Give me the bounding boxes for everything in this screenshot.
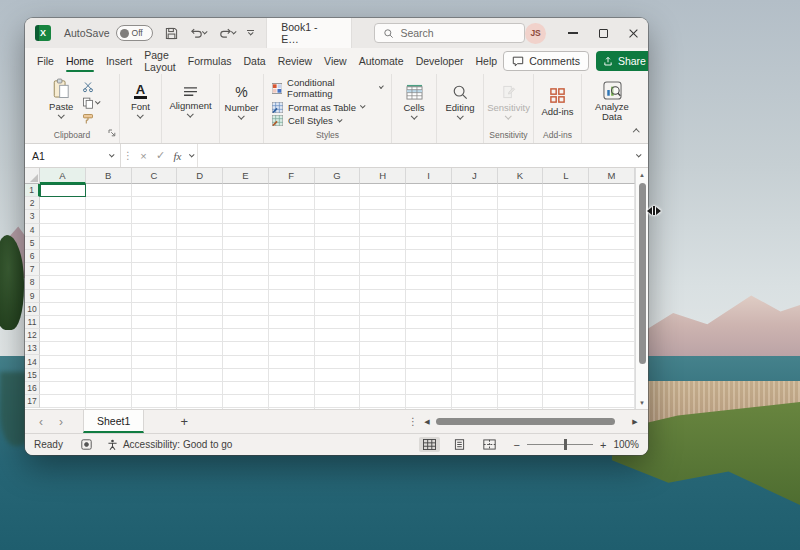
row-header[interactable]: 4 xyxy=(25,224,40,237)
column-header[interactable]: J xyxy=(452,168,498,184)
page-layout-view-button[interactable] xyxy=(449,437,470,452)
row-header[interactable]: 7 xyxy=(25,263,40,276)
grid-column[interactable] xyxy=(40,184,86,409)
row-header[interactable]: 15 xyxy=(25,369,40,382)
column-header[interactable]: A xyxy=(40,168,86,184)
number-button[interactable]: % Number xyxy=(220,84,264,120)
share-button[interactable]: Share xyxy=(596,51,648,71)
conditional-formatting-button[interactable]: Conditional Formatting xyxy=(272,77,383,99)
row-header[interactable]: 16 xyxy=(25,382,40,395)
formula-input[interactable] xyxy=(197,144,630,167)
ribbon-tab[interactable]: Review xyxy=(272,48,318,74)
ribbon-tab[interactable]: Insert xyxy=(100,48,138,74)
ribbon-tab[interactable]: View xyxy=(318,48,353,74)
ribbon-tab[interactable]: Data xyxy=(237,48,271,74)
grid-column[interactable] xyxy=(315,184,361,409)
row-header[interactable]: 2 xyxy=(25,197,40,210)
cells-button[interactable]: Cells xyxy=(398,84,429,120)
column-header[interactable]: F xyxy=(269,168,315,184)
drag-handle-icon[interactable]: ⋮ xyxy=(408,416,418,427)
grid-column[interactable] xyxy=(360,184,406,409)
row-header[interactable]: 8 xyxy=(25,276,40,289)
paste-button[interactable]: Paste xyxy=(44,78,78,119)
grid-column[interactable] xyxy=(498,184,544,409)
scroll-left-icon[interactable]: ◀ xyxy=(422,418,432,426)
new-sheet-button[interactable]: + xyxy=(172,414,196,429)
column-header[interactable]: L xyxy=(543,168,589,184)
copy-button[interactable] xyxy=(82,97,100,110)
sensitivity-button[interactable]: Sensitivity xyxy=(482,84,535,120)
close-button[interactable] xyxy=(618,18,648,48)
row-header[interactable]: 12 xyxy=(25,329,40,342)
grid-column[interactable] xyxy=(543,184,589,409)
active-cell-a1[interactable] xyxy=(40,184,86,197)
cut-button[interactable] xyxy=(82,81,100,94)
previous-sheet-button[interactable]: ‹ xyxy=(31,410,51,434)
scroll-up-icon[interactable]: ▲ xyxy=(636,168,648,181)
column-header[interactable]: G xyxy=(315,168,361,184)
page-break-preview-button[interactable] xyxy=(479,437,500,452)
dialog-launcher-icon[interactable] xyxy=(108,128,116,141)
grid-column[interactable] xyxy=(269,184,315,409)
column-header[interactable]: E xyxy=(223,168,269,184)
select-all-button[interactable] xyxy=(25,168,40,184)
zoom-in-button[interactable]: + xyxy=(600,439,606,451)
vertical-scrollbar[interactable]: ▲ ▼ xyxy=(635,168,648,409)
scroll-down-icon[interactable]: ▼ xyxy=(636,396,648,409)
normal-view-button[interactable] xyxy=(419,437,440,452)
redo-button[interactable] xyxy=(219,27,236,40)
ribbon-tab[interactable]: Developer xyxy=(410,48,470,74)
row-header[interactable]: 13 xyxy=(25,342,40,355)
search-input[interactable]: Search xyxy=(374,23,525,43)
font-button[interactable]: A Font xyxy=(126,84,155,119)
row-header[interactable]: 10 xyxy=(25,303,40,316)
zoom-out-button[interactable]: − xyxy=(514,439,520,451)
next-sheet-button[interactable]: › xyxy=(51,410,71,434)
ribbon-tab[interactable]: File xyxy=(31,48,60,74)
expand-formula-bar-button[interactable] xyxy=(630,144,648,167)
ribbon-tab[interactable]: Home xyxy=(60,48,100,74)
grid-column[interactable] xyxy=(132,184,178,409)
grid-column[interactable] xyxy=(452,184,498,409)
grid-column[interactable] xyxy=(223,184,269,409)
row-header[interactable]: 9 xyxy=(25,290,40,303)
analyze-data-button[interactable]: Analyze Data xyxy=(581,81,643,123)
quick-access-toolbar-button[interactable] xyxy=(247,30,254,36)
enter-button[interactable]: ✓ xyxy=(152,144,169,167)
ribbon-tab[interactable]: Help xyxy=(470,48,504,74)
cells-grid[interactable] xyxy=(40,184,635,409)
document-tab[interactable]: Book1 - E… xyxy=(266,18,352,48)
zoom-level[interactable]: 100% xyxy=(613,439,639,450)
cell-styles-button[interactable]: Cell Styles xyxy=(272,115,341,126)
grid-column[interactable] xyxy=(406,184,452,409)
column-header[interactable]: C xyxy=(132,168,178,184)
save-button[interactable] xyxy=(165,27,178,40)
addins-button[interactable]: Add-ins xyxy=(536,87,578,117)
alignment-button[interactable]: Alignment xyxy=(164,86,216,118)
horizontal-scroll-track[interactable] xyxy=(436,418,626,426)
function-chevron[interactable] xyxy=(186,144,197,167)
row-header[interactable]: 14 xyxy=(25,355,40,368)
horizontal-scrollbar[interactable]: ⋮ ◀ ▶ xyxy=(408,416,640,427)
column-header[interactable]: M xyxy=(589,168,635,184)
macro-recording-button[interactable] xyxy=(81,439,92,450)
grid-column[interactable] xyxy=(177,184,223,409)
collapse-ribbon-button[interactable] xyxy=(634,120,639,138)
format-as-table-button[interactable]: Format as Table xyxy=(272,102,364,113)
ribbon-tab[interactable]: Formulas xyxy=(182,48,238,74)
column-header[interactable]: D xyxy=(177,168,223,184)
sheet-tab-sheet1[interactable]: Sheet1 xyxy=(83,410,144,433)
ribbon-tab[interactable]: Page Layout xyxy=(138,48,182,74)
row-header[interactable]: 6 xyxy=(25,250,40,263)
maximize-button[interactable] xyxy=(588,18,618,48)
column-header[interactable]: H xyxy=(360,168,406,184)
cancel-button[interactable]: × xyxy=(135,144,152,167)
drag-handle-icon[interactable]: ⋮ xyxy=(121,144,135,167)
undo-button[interactable] xyxy=(190,27,207,40)
horizontal-scroll-thumb[interactable] xyxy=(436,418,615,425)
autosave-toggle[interactable]: Off xyxy=(116,25,154,41)
row-header[interactable]: 1 xyxy=(25,184,40,197)
column-header[interactable]: K xyxy=(498,168,544,184)
account-avatar[interactable]: JS xyxy=(525,23,546,44)
name-box[interactable]: A1 xyxy=(25,144,121,167)
